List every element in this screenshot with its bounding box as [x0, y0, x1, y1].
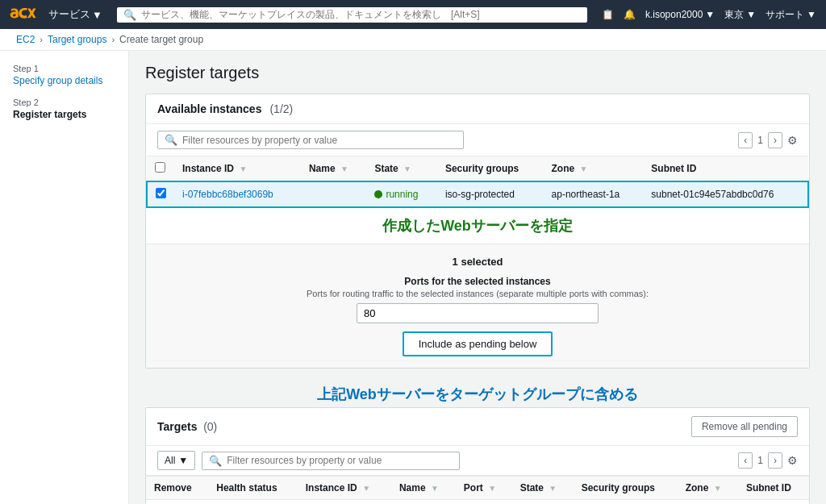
table-row: i-07febbc68bef3069b running iso-sg-prote…: [147, 181, 808, 207]
sidebar-step-2: Step 2 Register targets: [13, 98, 115, 120]
search-input[interactable]: [141, 9, 581, 20]
col-remove: Remove: [146, 477, 208, 500]
chevron-down-icon: ▼: [92, 9, 102, 21]
include-pending-button[interactable]: Include as pending below: [403, 331, 553, 356]
annotation-bubble: 作成したWebサーバーを指定: [146, 208, 809, 244]
search-icon: 🔍: [209, 455, 222, 467]
row-checkbox[interactable]: [156, 188, 166, 198]
col-instance-id[interactable]: Instance ID ▼: [174, 156, 301, 182]
ports-input[interactable]: [357, 303, 599, 323]
sort-icon: ▼: [580, 165, 588, 173]
targets-search-input[interactable]: [227, 455, 453, 466]
page-number: 1: [757, 135, 763, 146]
col-name[interactable]: Name ▼: [301, 156, 366, 182]
col-subnet-id[interactable]: Subnet ID: [738, 477, 809, 500]
selected-count: 1 selected: [146, 256, 809, 268]
targets-settings-icon[interactable]: ⚙: [787, 454, 798, 467]
sort-icon: ▼: [488, 484, 496, 493]
select-all-checkbox[interactable]: [155, 162, 165, 173]
cell-name: [301, 181, 366, 207]
cell-zone: ap-northeast-1a: [544, 181, 644, 207]
pagination-prev[interactable]: ‹: [738, 132, 753, 148]
targets-pagination-prev[interactable]: ‹: [738, 452, 753, 469]
remove-all-pending-button[interactable]: Remove all pending: [691, 416, 798, 437]
chevron-down-icon: ▼: [705, 9, 715, 20]
services-menu[interactable]: サービス ▼: [48, 7, 102, 22]
search-icon: 🔍: [123, 9, 136, 21]
col-name[interactable]: Name ▼: [391, 477, 456, 500]
top-nav: サービス ▼ 🔍 📋 🔔 k.isopon2000 ▼ 東京 ▼ サポート ▼: [0, 0, 826, 29]
pagination-next[interactable]: ›: [768, 132, 782, 148]
step2-label: Step 2: [13, 98, 115, 107]
sort-icon: ▼: [549, 484, 557, 493]
available-instances-title: Available instances: [157, 102, 261, 115]
col-port[interactable]: Port ▼: [456, 477, 512, 500]
col-health-status[interactable]: Health status: [208, 477, 297, 500]
step1-label: Step 1: [13, 64, 115, 73]
sort-icon: ▼: [431, 484, 439, 493]
col-instance-id[interactable]: Instance ID ▼: [298, 477, 391, 500]
bell-icon[interactable]: 🔔: [624, 9, 636, 20]
nav-right: 📋 🔔 k.isopon2000 ▼ 東京 ▼ サポート ▼: [602, 8, 816, 22]
breadcrumb-ec2[interactable]: EC2: [16, 34, 35, 45]
notifications-icon[interactable]: 📋: [602, 9, 614, 20]
instance-id-link[interactable]: i-07febbc68bef3069b: [182, 189, 273, 200]
targets-count: (0): [203, 420, 217, 433]
targets-page-number: 1: [757, 455, 763, 466]
col-state[interactable]: State ▼: [512, 477, 574, 500]
available-instances-toolbar: 🔍 ‹ 1 › ⚙: [146, 124, 809, 156]
all-select[interactable]: All ▼: [157, 451, 195, 470]
chevron-down-icon: ▼: [178, 455, 188, 466]
settings-icon[interactable]: ⚙: [787, 134, 798, 147]
col-zone[interactable]: Zone ▼: [544, 156, 644, 182]
aws-logo: [10, 6, 39, 23]
col-security-groups[interactable]: Security groups: [437, 156, 544, 182]
available-instances-panel: Available instances (1/2) 🔍 ‹ 1 › ⚙: [145, 94, 810, 369]
available-instances-search-input[interactable]: [182, 135, 457, 146]
chevron-icon: ›: [111, 35, 115, 44]
running-dot: [374, 190, 382, 198]
targets-title: Targets: [157, 420, 198, 433]
col-subnet-id[interactable]: Subnet ID: [643, 156, 808, 182]
selected-section: 1 selected Ports for the selected instan…: [146, 244, 809, 368]
table-row-empty: No instances added yet Specify instances…: [146, 500, 809, 505]
include-btn-wrap: Include as pending below: [146, 331, 809, 356]
pagination-controls: ‹ 1 › ⚙: [738, 132, 798, 148]
row-checkbox-cell: [147, 181, 174, 207]
support-menu[interactable]: サポート ▼: [766, 8, 816, 22]
targets-table-wrap: Remove Health status Instance ID ▼ Name …: [146, 476, 809, 504]
user-menu[interactable]: k.isopon2000 ▼: [645, 9, 715, 20]
col-security-groups[interactable]: Security groups: [574, 477, 678, 500]
chevron-down-icon: ▼: [807, 9, 816, 20]
targets-toolbar-left: All ▼ 🔍: [157, 451, 460, 470]
col-zone[interactable]: Zone ▼: [678, 477, 738, 500]
targets-pagination-next[interactable]: ›: [768, 452, 782, 469]
region-menu[interactable]: 東京 ▼: [724, 8, 756, 22]
targets-pagination: ‹ 1 › ⚙: [738, 452, 798, 469]
sort-icon: ▼: [340, 165, 348, 173]
sidebar: Step 1 Specify group details Step 2 Regi…: [0, 51, 129, 504]
breadcrumb-target-groups[interactable]: Target groups: [48, 34, 106, 45]
cell-state: running: [366, 181, 437, 207]
ports-input-wrap: [146, 303, 809, 323]
chevron-icon: ›: [40, 35, 43, 44]
main-layout: Step 1 Specify group details Step 2 Regi…: [0, 51, 826, 504]
chevron-down-icon: ▼: [746, 9, 756, 20]
page-title: Register targets: [145, 64, 810, 82]
targets-search[interactable]: 🔍: [202, 452, 460, 470]
search-icon: 🔍: [165, 134, 177, 146]
sidebar-item-register-targets[interactable]: Register targets: [13, 109, 115, 120]
sort-icon: ▼: [403, 165, 411, 173]
sidebar-item-specify-group[interactable]: Specify group details: [13, 75, 115, 86]
running-badge: running: [374, 189, 418, 200]
targets-title-wrap: Targets (0): [157, 420, 217, 433]
content-area: Register targets Available instances (1/…: [129, 51, 826, 504]
targets-annotation: 上記Webサーバーをターゲットグループに含める: [145, 378, 810, 407]
available-instances-search[interactable]: 🔍: [157, 131, 464, 149]
sort-icon: ▼: [239, 165, 247, 173]
col-state[interactable]: State ▼: [366, 156, 437, 182]
search-bar[interactable]: 🔍: [117, 7, 587, 23]
sort-icon: ▼: [362, 484, 370, 493]
available-instances-table: Instance ID ▼ Name ▼ State ▼: [146, 156, 809, 208]
cell-security-groups: iso-sg-protected: [437, 181, 544, 207]
